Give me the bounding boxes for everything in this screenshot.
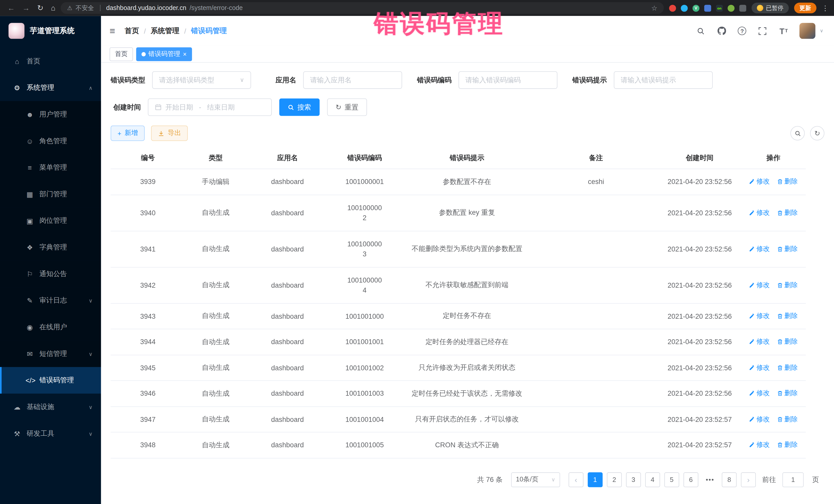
page-number-button[interactable]: 3 — [626, 472, 641, 487]
refresh-button[interactable]: ↻ — [810, 126, 825, 140]
back-icon[interactable]: ← — [7, 4, 15, 12]
error-code-label: 错误码编码 — [417, 75, 459, 85]
cell-message: 只允许修改为开启或者关闭状态 — [400, 355, 533, 380]
vue-devtools-icon[interactable]: V — [693, 5, 700, 12]
tab[interactable]: 首页 × — [110, 47, 133, 61]
add-button[interactable]: + 新增 — [111, 126, 145, 141]
breadcrumb-item[interactable]: 错误码管理 — [191, 26, 227, 36]
fullscreen-icon[interactable] — [757, 25, 768, 36]
sidebar-item-users[interactable]: ☻ 用户管理 — [0, 101, 101, 128]
sidebar-item-online-users[interactable]: ◉ 在线用户 — [0, 314, 101, 341]
sidebar-item-menus[interactable]: ≡ 菜单管理 — [0, 154, 101, 181]
menu-item-label: 角色管理 — [39, 136, 87, 146]
cell-type: 自动生成 — [185, 195, 246, 231]
bookmark-star-icon[interactable]: ☆ — [651, 4, 657, 12]
error-message-input[interactable] — [614, 71, 713, 89]
delete-button[interactable]: 删除 — [777, 389, 798, 398]
app-name-input[interactable] — [303, 71, 402, 89]
browser-update-button[interactable]: 更新 — [794, 3, 816, 13]
browser-menu-icon[interactable]: ⋮ — [822, 4, 829, 12]
error-type-select[interactable]: 请选择错误码类型 ∨ — [152, 71, 251, 89]
extension-icon[interactable] — [727, 5, 734, 12]
prev-page-button[interactable]: ‹ — [568, 472, 583, 487]
delete-button[interactable]: 删除 — [777, 177, 798, 186]
extension-icon[interactable] — [704, 5, 711, 12]
reload-icon[interactable]: ↻ — [37, 4, 43, 12]
extensions-puzzle-icon[interactable] — [739, 5, 746, 12]
font-size-icon[interactable]: TT — [778, 25, 789, 36]
edit-button[interactable]: 修改 — [749, 208, 770, 217]
search-button[interactable]: 搜索 — [279, 98, 320, 116]
sidebar-item-system[interactable]: ⚙ 系统管理 ∧ — [0, 74, 101, 101]
breadcrumb-item[interactable]: 系统管理 — [151, 26, 179, 36]
cell-type: 手动编辑 — [185, 169, 246, 195]
edit-button[interactable]: 修改 — [749, 281, 770, 289]
page-number-button[interactable]: 8 — [722, 472, 737, 487]
page-number-button[interactable]: ••• — [703, 472, 718, 487]
error-code-input[interactable] — [459, 71, 557, 89]
avatar-caret-icon[interactable]: ∨ — [820, 28, 824, 34]
sidebar-item-posts[interactable]: ▣ 岗位管理 — [0, 207, 101, 234]
extension-icon[interactable] — [681, 5, 688, 12]
breadcrumb-item[interactable]: 首页 — [125, 26, 139, 36]
browser-home-icon[interactable]: ⌂ — [51, 4, 56, 12]
sidebar-item-dev-tools[interactable]: ⚒ 研发工具 ∨ — [0, 420, 101, 447]
page-number-button[interactable]: 5 — [664, 472, 679, 487]
tab[interactable]: 错误码管理 × — [136, 47, 192, 61]
edit-button[interactable]: 修改 — [749, 337, 770, 346]
user-avatar[interactable] — [799, 23, 815, 39]
reset-button[interactable]: ↻ 重置 — [327, 98, 367, 116]
edit-button[interactable]: 修改 — [749, 177, 770, 186]
edit-button[interactable]: 修改 — [749, 389, 770, 398]
export-button[interactable]: 导出 — [151, 126, 188, 141]
app-logo[interactable]: 芋道管理系统 — [0, 16, 101, 46]
date-range-picker[interactable]: 开始日期 - 结束日期 — [148, 98, 272, 116]
delete-button[interactable]: 删除 — [777, 311, 798, 321]
sidebar-item-infrastructure[interactable]: ☁ 基础设施 ∨ — [0, 394, 101, 420]
page-number-button[interactable]: 4 — [645, 472, 660, 487]
delete-button[interactable]: 删除 — [777, 441, 798, 450]
sidebar-item-home[interactable]: ⌂ 首页 — [0, 48, 101, 75]
collapse-sidebar-icon[interactable]: ≡ — [110, 25, 115, 37]
sidebar-item-dictionaries[interactable]: ❖ 字典管理 — [0, 234, 101, 261]
extension-icon[interactable] — [669, 5, 676, 12]
sidebar-item-audit-logs[interactable]: ✎ 审计日志 ∨ — [0, 287, 101, 314]
url-domain: dashboard.yudao.iocoder.cn — [106, 4, 186, 12]
github-icon[interactable] — [717, 25, 727, 36]
page-size-value: 10条/页 — [516, 475, 539, 484]
delete-button[interactable]: 删除 — [777, 415, 798, 424]
edit-button[interactable]: 修改 — [749, 415, 770, 424]
page-number-button[interactable]: 1 — [588, 472, 602, 487]
extension-icon[interactable]: on — [716, 5, 723, 12]
delete-button[interactable]: 删除 — [777, 363, 798, 372]
delete-button[interactable]: 删除 — [777, 208, 798, 217]
page-number-button[interactable]: 6 — [683, 472, 698, 487]
help-icon[interactable]: ? — [738, 27, 746, 35]
sidebar-item-error-codes[interactable]: </> 错误码管理 — [0, 367, 101, 394]
edit-button[interactable]: 修改 — [749, 441, 770, 450]
page-size-select[interactable]: 10条/页 ∨ — [511, 472, 560, 487]
page-number-button[interactable]: 2 — [607, 472, 622, 487]
profile-paused-badge[interactable]: 已暂停 — [752, 3, 789, 13]
cell-time: 2021-04-20 23:52:56 — [658, 355, 741, 380]
address-bar[interactable]: ⚠ 不安全 dashboard.yudao.iocoder.cn/system/… — [61, 2, 664, 14]
edit-button[interactable]: 修改 — [749, 363, 770, 372]
forward-icon[interactable]: → — [22, 4, 30, 12]
cell-remark: ceshi — [533, 169, 658, 195]
cell-code: 1001001005 — [329, 432, 400, 458]
search-icon[interactable] — [696, 25, 706, 36]
cell-message: 不允许获取敏感配置到前端 — [400, 267, 533, 303]
edit-button[interactable]: 修改 — [749, 244, 770, 253]
sidebar-item-sms[interactable]: ✉ 短信管理 ∨ — [0, 341, 101, 367]
next-page-button[interactable]: › — [741, 472, 756, 487]
edit-button[interactable]: 修改 — [749, 311, 770, 321]
sidebar-item-notices[interactable]: ⚐ 通知公告 — [0, 261, 101, 287]
tab-close-icon[interactable]: × — [183, 51, 187, 57]
delete-button[interactable]: 删除 — [777, 337, 798, 346]
toggle-search-button[interactable] — [790, 126, 805, 140]
delete-button[interactable]: 删除 — [777, 281, 798, 289]
goto-page-input[interactable] — [783, 472, 804, 487]
sidebar-item-roles[interactable]: ☺ 角色管理 — [0, 128, 101, 154]
delete-button[interactable]: 删除 — [777, 244, 798, 253]
sidebar-item-departments[interactable]: ▦ 部门管理 — [0, 181, 101, 207]
